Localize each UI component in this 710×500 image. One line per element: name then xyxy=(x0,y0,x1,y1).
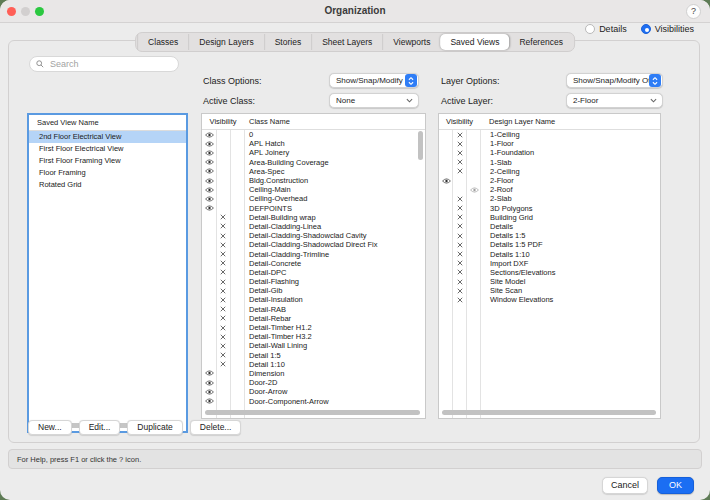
visible-cell[interactable] xyxy=(202,150,216,156)
table-row[interactable]: Details 1:10 xyxy=(439,249,660,258)
table-row[interactable]: 3D Polygons xyxy=(439,204,660,213)
tab[interactable]: Sheet Layers xyxy=(311,34,382,50)
vertical-scrollbar[interactable] xyxy=(418,131,423,160)
invisible-cell[interactable] xyxy=(216,306,230,312)
invisible-cell[interactable] xyxy=(453,159,467,165)
table-row[interactable]: Detail-Concrete xyxy=(202,259,425,268)
table-row[interactable]: Detail-Insulation xyxy=(202,295,425,304)
tab[interactable]: Design Layers xyxy=(188,34,263,50)
layer-options-popup[interactable]: Show/Snap/Modify Oth... xyxy=(566,73,663,88)
table-row[interactable]: 2-Slab xyxy=(439,194,660,203)
list-item[interactable]: 2nd Floor Electrical View xyxy=(29,131,186,143)
table-row[interactable]: Door-2D xyxy=(202,378,425,387)
table-row[interactable]: Ceiling-Overhead xyxy=(202,194,425,203)
action-button[interactable]: Delete... xyxy=(190,420,242,435)
invisible-cell[interactable] xyxy=(453,233,467,239)
visible-cell[interactable] xyxy=(202,132,216,138)
invisible-cell[interactable] xyxy=(216,352,230,358)
table-row[interactable]: Door-Arrow xyxy=(202,387,425,396)
invisible-cell[interactable] xyxy=(216,288,230,294)
invisible-cell[interactable] xyxy=(216,334,230,340)
table-row[interactable]: Sections/Elevations xyxy=(439,268,660,277)
table-row[interactable]: Window Elevations xyxy=(439,295,660,304)
table-row[interactable]: Detail-RAB xyxy=(202,305,425,314)
visible-cell[interactable] xyxy=(202,380,216,386)
invisible-cell[interactable] xyxy=(216,269,230,275)
list-item[interactable]: Rotated Grid xyxy=(29,179,186,191)
table-row[interactable]: APL Joinery xyxy=(202,148,425,157)
table-row[interactable]: DEFPOINTS xyxy=(202,204,425,213)
tab[interactable]: Viewports xyxy=(382,34,440,50)
table-row[interactable]: Detail-Timber H1.2 xyxy=(202,323,425,332)
table-row[interactable]: Detail-Cladding-Trimline xyxy=(202,249,425,258)
help-icon[interactable]: ? xyxy=(686,4,701,19)
table-row[interactable]: 1-Floor xyxy=(439,139,660,148)
invisible-cell[interactable] xyxy=(216,214,230,220)
invisible-cell[interactable] xyxy=(216,325,230,331)
table-row[interactable]: Detail 1:5 xyxy=(202,351,425,360)
invisible-cell[interactable] xyxy=(453,141,467,147)
tab[interactable]: Stories xyxy=(264,34,311,50)
invisible-cell[interactable] xyxy=(216,260,230,266)
visible-cell[interactable] xyxy=(202,389,216,395)
search-field[interactable] xyxy=(29,56,179,72)
table-row[interactable]: Detail-Flashing xyxy=(202,277,425,286)
invisible-cell[interactable] xyxy=(216,297,230,303)
table-row[interactable]: 2-Floor xyxy=(439,176,660,185)
action-button[interactable]: Duplicate xyxy=(127,420,182,435)
table-row[interactable]: 0 xyxy=(202,130,425,139)
visible-cell[interactable] xyxy=(439,178,453,184)
table-row[interactable]: Detail-Wall Lining xyxy=(202,341,425,350)
invisible-cell[interactable] xyxy=(453,297,467,303)
invisible-cell[interactable] xyxy=(453,251,467,257)
visible-cell[interactable] xyxy=(202,178,216,184)
invisible-cell[interactable] xyxy=(216,315,230,321)
invisible-cell[interactable] xyxy=(216,279,230,285)
table-row[interactable]: Site Model xyxy=(439,277,660,286)
list-item[interactable]: First Floor Electrical View xyxy=(29,143,186,155)
invisible-cell[interactable] xyxy=(453,269,467,275)
tab[interactable]: Saved Views xyxy=(440,34,509,50)
tab[interactable]: Classes xyxy=(137,34,188,50)
table-row[interactable]: 1-Slab xyxy=(439,158,660,167)
table-row[interactable]: Area-Building Coverage xyxy=(202,158,425,167)
table-row[interactable]: Dimension xyxy=(202,369,425,378)
class-options-popup[interactable]: Show/Snap/Modify Oth... xyxy=(329,73,419,88)
table-row[interactable]: Ceiling-Main xyxy=(202,185,425,194)
visible-cell[interactable] xyxy=(202,398,216,404)
ok-button[interactable]: OK xyxy=(657,477,694,494)
horizontal-scrollbar[interactable] xyxy=(205,410,420,415)
visible-cell[interactable] xyxy=(202,168,216,174)
invisible-cell[interactable] xyxy=(453,288,467,294)
table-row[interactable]: 1-Foundation xyxy=(439,148,660,157)
visible-cell[interactable] xyxy=(202,370,216,376)
action-button[interactable]: Edit... xyxy=(79,420,121,435)
table-row[interactable]: Detail-Cladding-Linea xyxy=(202,222,425,231)
table-row[interactable]: Site Scan xyxy=(439,286,660,295)
active-class-combo[interactable]: None xyxy=(329,93,419,108)
active-layer-combo[interactable]: 2-Floor xyxy=(566,93,663,108)
table-row[interactable]: Detail 1:10 xyxy=(202,360,425,369)
invisible-cell[interactable] xyxy=(216,361,230,367)
table-row[interactable]: Detail-Rebar xyxy=(202,314,425,323)
invisible-cell[interactable] xyxy=(216,251,230,257)
invisible-cell[interactable] xyxy=(453,132,467,138)
table-row[interactable]: 2-Ceiling xyxy=(439,167,660,176)
invisible-cell[interactable] xyxy=(453,168,467,174)
invisible-cell[interactable] xyxy=(453,223,467,229)
table-row[interactable]: Detail-Cladding-Shadowclad Cavity xyxy=(202,231,425,240)
table-row[interactable]: 1-Ceiling xyxy=(439,130,660,139)
table-row[interactable]: Import DXF xyxy=(439,259,660,268)
invisible-cell[interactable] xyxy=(453,279,467,285)
list-item[interactable]: Floor Framing xyxy=(29,167,186,179)
table-row[interactable]: Area-Spec xyxy=(202,167,425,176)
table-row[interactable]: Details xyxy=(439,222,660,231)
table-row[interactable]: Detail-Gib xyxy=(202,286,425,295)
search-input[interactable] xyxy=(48,58,172,70)
table-row[interactable]: Details 1:5 xyxy=(439,231,660,240)
table-row[interactable]: Bldg.Construction xyxy=(202,176,425,185)
cancel-button[interactable]: Cancel xyxy=(602,477,648,494)
radio-details[interactable]: Details xyxy=(585,24,627,34)
invisible-cell[interactable] xyxy=(453,214,467,220)
table-row[interactable]: Door-Component-Arrow xyxy=(202,396,425,405)
